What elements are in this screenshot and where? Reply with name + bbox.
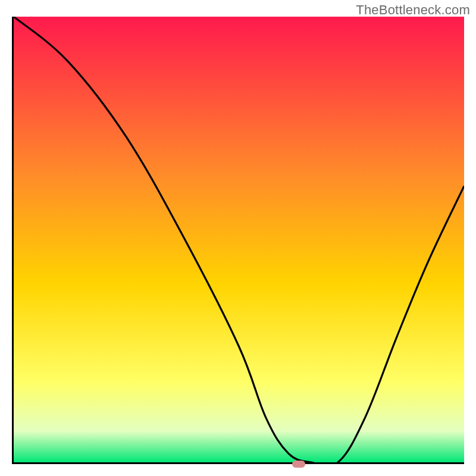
optimal-marker — [292, 461, 305, 468]
bottleneck-curve — [14, 17, 464, 462]
chart-container: TheBottleneck.com — [0, 0, 476, 476]
watermark-text: TheBottleneck.com — [356, 2, 470, 18]
plot-area — [12, 17, 464, 464]
